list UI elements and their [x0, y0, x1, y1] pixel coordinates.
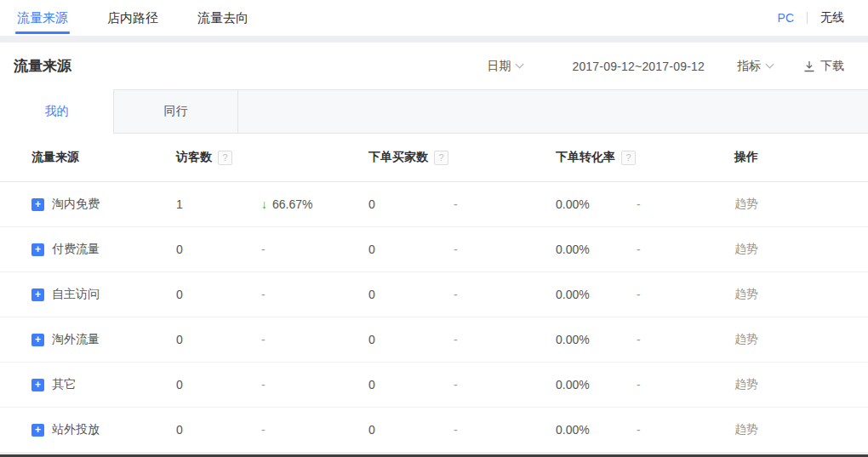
- table-row: + 付费流量 0 - 0 - 0.00% - 趋势: [0, 227, 868, 272]
- col-header-source: 流量来源: [0, 150, 176, 165]
- visitors-change: -: [261, 243, 368, 256]
- col-header-order-buyers: 下单买家数 ?: [368, 150, 454, 165]
- conversion-change: -: [637, 288, 734, 301]
- date-dropdown[interactable]: 日期: [487, 59, 523, 74]
- platform-pc-toggle[interactable]: PC: [778, 11, 794, 25]
- buyers-change: -: [454, 197, 556, 211]
- conversion-value: 0.00%: [556, 378, 637, 391]
- help-icon[interactable]: ?: [218, 151, 232, 165]
- report-toolbar: 流量来源 日期 2017-09-12~2017-09-12 指标 下载: [0, 43, 868, 89]
- tab-peers-label: 同行: [164, 104, 188, 119]
- page-title: 流量来源: [14, 56, 71, 76]
- source-name: 自主访问: [52, 287, 100, 302]
- expand-plus-icon[interactable]: +: [31, 424, 44, 437]
- tab-peers[interactable]: 同行: [113, 89, 238, 134]
- source-name: 其它: [52, 377, 76, 392]
- nav-tab-traffic-source[interactable]: 流量来源: [17, 0, 68, 36]
- trend-link[interactable]: 趋势: [734, 242, 758, 257]
- expand-plus-icon[interactable]: +: [31, 334, 44, 346]
- buyers-value: 0: [368, 333, 454, 346]
- date-dropdown-label: 日期: [487, 59, 511, 74]
- buyers-value: 0: [368, 288, 454, 301]
- col-header-label: 下单买家数: [368, 150, 428, 165]
- view-tabs: 我的 同行: [0, 89, 868, 134]
- visitors-change-value: 66.67%: [272, 197, 312, 211]
- tab-strip-filler: [238, 89, 868, 134]
- trend-link[interactable]: 趋势: [734, 422, 758, 437]
- platform-switch: PC 无线: [778, 0, 844, 36]
- help-icon[interactable]: ?: [434, 151, 448, 165]
- tab-mine[interactable]: 我的: [0, 89, 113, 134]
- conversion-change: -: [637, 197, 734, 211]
- buyers-change: -: [454, 243, 556, 256]
- table-row: + 站外投放 0 - 0 - 0.00% - 趋势: [0, 408, 868, 453]
- buyers-value: 0: [368, 378, 454, 391]
- toolbar-controls: 日期 2017-09-12~2017-09-12 指标 下载: [487, 59, 844, 74]
- help-icon[interactable]: ?: [621, 151, 636, 165]
- down-arrow-icon: ↓: [261, 197, 267, 211]
- nav-tab-instore-path[interactable]: 店内路径: [107, 0, 158, 36]
- tab-mine-label: 我的: [45, 104, 69, 119]
- conversion-value: 0.00%: [556, 288, 637, 301]
- trend-link[interactable]: 趋势: [734, 332, 758, 347]
- divider: [807, 12, 808, 24]
- visitors-change: -: [261, 333, 368, 346]
- visitors-change: -: [261, 423, 368, 437]
- nav-tab-label: 流量去向: [197, 10, 248, 26]
- source-name: 淘外流量: [52, 332, 100, 347]
- visitors-value: 0: [176, 333, 261, 346]
- buyers-value: 0: [368, 197, 454, 211]
- col-header-visitors: 访客数 ?: [176, 150, 261, 165]
- visitors-value: 0: [176, 423, 261, 437]
- col-header-label: 下单转化率: [556, 150, 615, 165]
- conversion-value: 0.00%: [556, 243, 637, 256]
- metric-dropdown[interactable]: 指标: [737, 59, 773, 74]
- col-header-label: 访客数: [176, 150, 212, 165]
- buyers-value: 0: [368, 243, 454, 256]
- visitors-value: 0: [176, 243, 261, 256]
- visitors-change: -: [261, 378, 368, 391]
- buyers-change: -: [454, 378, 556, 391]
- table-row: + 自主访问 0 - 0 - 0.00% - 趋势: [0, 272, 868, 317]
- visitors-value: 0: [176, 378, 261, 391]
- col-header-action: 操作: [734, 150, 868, 165]
- buyers-value: 0: [368, 423, 454, 437]
- visitors-value: 0: [176, 288, 261, 301]
- source-name: 付费流量: [52, 242, 100, 257]
- visitors-change: -: [261, 288, 368, 301]
- metric-dropdown-label: 指标: [737, 59, 761, 74]
- table-header-row: 流量来源 访客数 ? 下单买家数 ? 下单转化率 ? 操作: [0, 134, 868, 182]
- buyers-change: -: [454, 333, 556, 346]
- expand-plus-icon[interactable]: +: [31, 379, 44, 391]
- buyers-change: -: [454, 423, 556, 437]
- chevron-down-icon: [766, 60, 774, 69]
- top-nav-tabs: 流量来源 店内路径 流量去向: [0, 0, 248, 36]
- platform-wireless-toggle[interactable]: 无线: [820, 10, 844, 26]
- source-name: 淘内免费: [52, 197, 100, 212]
- top-nav: 流量来源 店内路径 流量去向 PC 无线: [0, 0, 868, 36]
- col-header-order-conversion: 下单转化率 ?: [556, 150, 637, 165]
- buyers-change: -: [454, 288, 556, 301]
- traffic-source-table: 流量来源 访客数 ? 下单买家数 ? 下单转化率 ? 操作 + 淘内免费 1 ↓…: [0, 134, 868, 453]
- expand-plus-icon[interactable]: +: [31, 243, 44, 256]
- visitors-change: ↓ 66.67%: [261, 197, 368, 211]
- conversion-change: -: [637, 243, 734, 256]
- table-row: + 淘外流量 0 - 0 - 0.00% - 趋势: [0, 317, 868, 363]
- section-divider: [0, 36, 868, 43]
- trend-link[interactable]: 趋势: [734, 287, 758, 302]
- trend-link[interactable]: 趋势: [734, 197, 758, 212]
- conversion-value: 0.00%: [556, 423, 637, 437]
- trend-link[interactable]: 趋势: [734, 377, 758, 392]
- expand-plus-icon[interactable]: +: [31, 198, 44, 211]
- conversion-value: 0.00%: [556, 197, 637, 211]
- download-button[interactable]: 下载: [803, 59, 844, 74]
- conversion-change: -: [637, 378, 734, 391]
- download-icon: [803, 60, 815, 72]
- table-row: + 淘内免费 1 ↓ 66.67% 0 - 0.00% - 趋势: [0, 182, 868, 227]
- nav-tab-traffic-destination[interactable]: 流量去向: [197, 0, 248, 36]
- expand-plus-icon[interactable]: +: [31, 288, 44, 301]
- nav-tab-label: 店内路径: [107, 10, 158, 26]
- table-row: + 其它 0 - 0 - 0.00% - 趋势: [0, 363, 868, 408]
- conversion-change: -: [637, 423, 734, 437]
- date-range-value[interactable]: 2017-09-12~2017-09-12: [572, 60, 705, 73]
